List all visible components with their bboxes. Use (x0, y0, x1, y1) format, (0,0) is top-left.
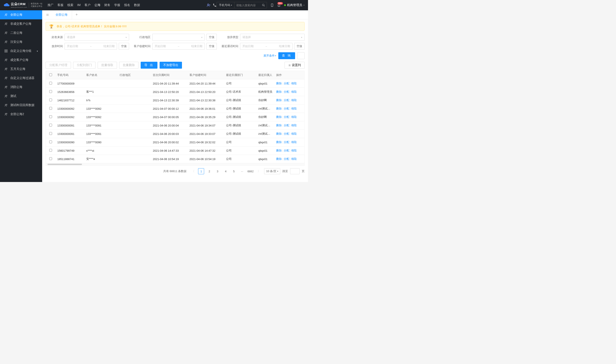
page-next-button[interactable]: 〉 (256, 168, 262, 174)
export-plain-button[interactable]: 不加密导出 (160, 62, 182, 69)
sidebar-item[interactable]: 测试昨日回库数据 (0, 101, 42, 110)
page-3[interactable]: 3 (214, 168, 220, 174)
filter-abandon-time-empty-button[interactable]: 空值 (119, 43, 129, 50)
row-checkbox[interactable] (49, 82, 52, 85)
row-assign-link[interactable]: 分配 (284, 82, 289, 85)
page-5[interactable]: 5 (231, 168, 237, 174)
row-claim-link[interactable]: 领取 (291, 132, 297, 135)
row-delete-link[interactable]: 删除 (276, 82, 282, 85)
export-button[interactable]: 导 出 (141, 62, 157, 69)
row-assign-link[interactable]: 分配 (284, 99, 289, 102)
row-delete-link[interactable]: 删除 (276, 141, 282, 144)
row-checkbox[interactable] (49, 124, 52, 127)
batch-delete-button[interactable]: 批量删除 (119, 62, 139, 69)
sidebar-item[interactable]: 全部公海 (0, 10, 42, 19)
mobile-icon[interactable] (270, 3, 274, 7)
sidebar-item[interactable]: 二咨公海 (0, 28, 42, 38)
sidebar-item[interactable]: 自定义公海分组▾ (0, 46, 42, 55)
row-claim-link[interactable]: 领取 (291, 157, 297, 160)
page-2[interactable]: 2 (206, 168, 212, 174)
sidebar-item[interactable]: 非成交客户公海 (0, 19, 42, 28)
brand-logo[interactable]: 云朵CRM www.yunduocrm.com 教育机构一站 式服务云平台 (3, 2, 42, 8)
top-nav-item[interactable]: 客户 (85, 3, 90, 7)
top-nav-item[interactable]: 客服 (57, 3, 64, 7)
row-delete-link[interactable]: 删除 (276, 132, 282, 135)
assign-manager-button[interactable]: 分配客户经理 (46, 62, 71, 69)
page-1[interactable]: 1 (198, 168, 204, 174)
row-delete-link[interactable]: 删除 (276, 157, 282, 160)
sidebar-item[interactable]: 五月天公海 (0, 65, 42, 74)
row-assign-link[interactable]: 分配 (284, 149, 289, 152)
filter-source-select[interactable]: 请选择 ▾ (64, 34, 129, 41)
tabs-collapse-icon[interactable] (44, 13, 51, 16)
row-delete-link[interactable]: 删除 (276, 115, 282, 118)
row-checkbox[interactable] (49, 115, 52, 118)
search-input[interactable] (234, 3, 260, 8)
scrollbar-thumb[interactable] (48, 164, 82, 165)
row-checkbox[interactable] (49, 99, 52, 101)
sidebar-item[interactable]: 消防公海 (0, 83, 42, 92)
row-delete-link[interactable]: 删除 (276, 90, 282, 93)
filter-create-time-range[interactable]: 开始日期 ~ 结束日期 (152, 43, 205, 50)
top-nav-item[interactable]: 财务 (104, 3, 110, 7)
row-claim-link[interactable]: 领取 (291, 99, 297, 102)
page-4[interactable]: 4 (223, 168, 229, 174)
filter-last-call-empty-button[interactable]: 空值 (294, 43, 305, 50)
page-last[interactable]: 6882 (247, 168, 254, 174)
row-checkbox[interactable] (49, 141, 52, 143)
sidebar-item[interactable]: 测试 (0, 92, 42, 101)
row-delete-link[interactable]: 删除 (276, 107, 282, 110)
page-ellipsis[interactable]: ··· (239, 168, 245, 174)
sidebar-item[interactable]: 全部公海2 (0, 110, 42, 119)
filter-abandon-type-select[interactable]: 请选择 ▾ (240, 34, 305, 41)
row-claim-link[interactable]: 领取 (291, 82, 297, 85)
batch-claim-button[interactable]: 批量领取 (98, 62, 117, 69)
horizontal-scrollbar[interactable] (46, 163, 304, 165)
select-all-checkbox[interactable] (49, 73, 52, 76)
row-claim-link[interactable]: 领取 (291, 141, 297, 144)
filter-region-select[interactable]: ▾ (152, 34, 205, 41)
top-nav-item[interactable]: 推广 (48, 3, 53, 7)
row-delete-link[interactable]: 删除 (276, 124, 282, 127)
set-columns-button[interactable]: 设置列 (284, 62, 305, 69)
phone-icon[interactable] (213, 3, 217, 7)
row-claim-link[interactable]: 领取 (291, 107, 297, 110)
top-nav-item[interactable]: 数据 (134, 3, 140, 7)
row-checkbox[interactable] (49, 132, 52, 135)
top-nav-item[interactable]: 报名 (124, 3, 130, 7)
row-assign-link[interactable]: 分配 (284, 90, 289, 93)
sidebar-item[interactable]: 自定义公海过滤器 (0, 74, 42, 83)
bell-icon[interactable]: 99+ (277, 3, 281, 7)
search-icon[interactable] (260, 3, 267, 8)
jump-page-input[interactable] (290, 168, 300, 174)
tab-all-sea[interactable]: 全部公海 (51, 10, 72, 19)
filter-create-time-empty-button[interactable]: 空值 (206, 43, 217, 50)
top-nav-item[interactable]: 学服 (114, 3, 120, 7)
row-checkbox[interactable] (49, 107, 52, 110)
row-assign-link[interactable]: 分配 (284, 107, 289, 110)
row-delete-link[interactable]: 删除 (276, 99, 282, 102)
row-checkbox[interactable] (49, 149, 52, 152)
row-assign-link[interactable]: 分配 (284, 132, 289, 135)
refresh-button[interactable] (297, 52, 305, 59)
top-nav-item[interactable]: 线索 (67, 3, 73, 7)
top-nav-item[interactable]: 公海 (94, 3, 101, 7)
row-assign-link[interactable]: 分配 (284, 141, 289, 144)
row-checkbox[interactable] (49, 157, 52, 160)
row-assign-link[interactable]: 分配 (284, 124, 289, 127)
filter-abandon-time-range[interactable]: 开始日期 ~ 结束日期 (64, 43, 117, 50)
page-size-select[interactable]: 10 条/页 ▾ (264, 168, 280, 174)
sidebar-item[interactable]: 成交客户公海 (0, 55, 42, 65)
search-type-select[interactable]: 手机号码 ▾ (217, 2, 234, 8)
filter-region-empty-button[interactable]: 空值 (206, 34, 217, 41)
tab-add-button[interactable]: + (72, 13, 81, 17)
row-claim-link[interactable]: 领取 (291, 115, 297, 118)
top-nav-item[interactable]: IM (77, 3, 81, 7)
add-user-icon[interactable] (207, 3, 211, 7)
sidebar-item[interactable]: 注安公海 (0, 38, 42, 46)
page-prev-button[interactable]: 〈 (190, 168, 196, 174)
user-menu[interactable]: 机构管理员 ▾ (284, 3, 305, 7)
row-assign-link[interactable]: 分配 (284, 157, 289, 160)
query-button[interactable]: 查 询 (278, 52, 295, 59)
row-claim-link[interactable]: 领取 (291, 124, 297, 127)
